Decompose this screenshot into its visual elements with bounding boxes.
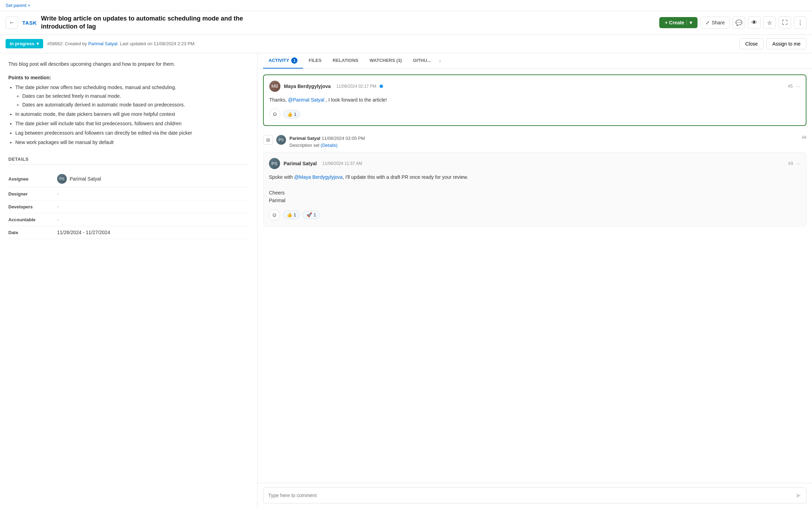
activity-icon: ▤: [263, 135, 273, 145]
tab-github-label: GITHU...: [413, 58, 431, 63]
comment-input-area: ➤: [257, 483, 812, 508]
comment-header: MB Maya Berdygylyjova 11/08/2024 02:17 P…: [269, 81, 800, 92]
send-button[interactable]: ➤: [795, 491, 801, 500]
watch-button[interactable]: 👁: [748, 16, 761, 29]
tabs-scroll-right[interactable]: ›: [436, 54, 444, 68]
main-layout: This blog post will describes upcoming c…: [0, 53, 812, 508]
rocket-reaction[interactable]: 🚀 1: [303, 210, 320, 219]
comment-icon-button[interactable]: 💬: [733, 16, 745, 29]
comment-num: #3: [788, 161, 793, 166]
thumbs-up-reaction[interactable]: 👍 1: [283, 110, 300, 119]
add-reaction-button[interactable]: ☺: [269, 209, 280, 221]
status-bar: in progress ▾ #58662: Created by Parimal…: [0, 35, 812, 53]
thumbs-up-reaction[interactable]: 👍 1: [283, 210, 300, 219]
detail-label: Designer: [8, 191, 57, 197]
favorite-button[interactable]: ☆: [763, 16, 776, 29]
author-link[interactable]: Parimal Satyal: [88, 41, 118, 46]
bullet-list: The date picker now offers two schedulin…: [8, 84, 249, 146]
detail-row-accountable: Accountable -: [8, 213, 249, 226]
tabs: ACTIVITY 1 FILES RELATIONS WATCHERS (3) …: [257, 53, 812, 69]
detail-label: Assignee: [8, 176, 57, 182]
comment-menu[interactable]: ···: [796, 83, 800, 89]
tab-relations[interactable]: RELATIONS: [327, 54, 364, 68]
mention: @Maya Berdygylyjova: [294, 174, 343, 180]
comment-input-row: ➤: [263, 487, 806, 503]
status-badge[interactable]: in progress ▾: [6, 39, 43, 48]
detail-row-developers: Developers -: [8, 200, 249, 213]
set-parent-link[interactable]: Set parent +: [6, 3, 30, 8]
comment-body: Thanks, @Parimal Satyal , I look forward…: [269, 96, 800, 104]
header-left: ← TASK Write blog article on updates to …: [6, 15, 250, 31]
activity-num: #4: [802, 135, 806, 140]
comment-maya: MB Maya Berdygylyjova 11/08/2024 02:17 P…: [263, 74, 806, 126]
detail-label: Accountable: [8, 217, 57, 222]
more-options-button[interactable]: ⋮: [794, 16, 806, 29]
comment-input[interactable]: [268, 493, 792, 498]
tab-activity-label: ACTIVITY: [269, 58, 289, 63]
avatar: MB: [269, 81, 280, 92]
tab-files-label: FILES: [309, 58, 321, 63]
avatar: PS: [269, 158, 280, 169]
detail-empty: -: [57, 204, 59, 209]
comment-num: #5: [788, 84, 793, 89]
fullscreen-button[interactable]: ⛶: [779, 16, 791, 29]
meta-suffix: . Last updated on 11/08/2024 2:23 PM.: [117, 41, 196, 46]
detail-empty: -: [57, 191, 59, 197]
points-title: Points to mention:: [8, 75, 249, 80]
back-button[interactable]: ←: [6, 16, 18, 29]
comment-time: 11/08/2024 02:17 PM: [336, 84, 376, 89]
comment-author: Maya Berdygylyjova: [284, 83, 331, 89]
comment-header: PS Parimal Satyal 11/08/2024 11:37 AM #3…: [269, 158, 801, 169]
detail-value: PS Parimal Satyal: [57, 174, 101, 184]
detail-row-date: Date 11/26/2024 - 11/27/2024: [8, 226, 249, 239]
assign-to-me-button[interactable]: Assign to me: [766, 38, 806, 49]
create-btn-arrow[interactable]: ▾: [686, 20, 692, 25]
reactions: ☺ 👍 1 🚀 1: [269, 209, 801, 221]
detail-row-designer: Designer -: [8, 188, 249, 200]
detail-row-assignee: Assignee PS Parimal Satyal: [8, 170, 249, 188]
activity-text: Parimal Satyal 11/08/2024 02:05 PM Descr…: [289, 135, 798, 149]
close-button[interactable]: Close: [739, 38, 764, 49]
list-item: The date picker will include tabs that l…: [15, 120, 249, 127]
activity-parimal-4: ▤ PS Parimal Satyal 11/08/2024 02:05 PM …: [263, 132, 806, 152]
list-item: Dates are automatically derived in autom…: [22, 101, 249, 109]
thumbs-up-count: 1: [294, 212, 296, 217]
details-link[interactable]: (Details): [321, 143, 337, 148]
list-item: Lag between predecessors and followers c…: [15, 129, 249, 137]
create-btn-label: + Create: [665, 20, 684, 25]
tab-activity-badge: 1: [291, 57, 297, 64]
thumbs-up-emoji: 👍: [287, 212, 292, 217]
activity-feed: MB Maya Berdygylyjova 11/08/2024 02:17 P…: [257, 69, 812, 483]
list-item: New work packages will be manual by defa…: [15, 139, 249, 146]
description-intro: This blog post will describes upcoming c…: [8, 60, 249, 68]
left-panel: This blog post will describes upcoming c…: [0, 53, 257, 508]
comment-author: Parimal Satyal: [284, 161, 317, 166]
tab-github[interactable]: GITHU...: [407, 54, 436, 68]
share-icon: ⤢: [706, 20, 710, 25]
share-btn-label: Share: [712, 20, 725, 25]
status-label: in progress: [10, 41, 34, 46]
tab-watchers[interactable]: WATCHERS (3): [364, 54, 407, 68]
rocket-emoji: 🚀: [307, 212, 312, 217]
reactions: ☺ 👍 1: [269, 109, 800, 120]
tab-files[interactable]: FILES: [303, 54, 327, 68]
add-reaction-button[interactable]: ☺: [269, 109, 280, 120]
activity-time: 11/08/2024 02:05 PM: [322, 136, 365, 141]
unread-dot: [380, 85, 383, 88]
comment-body: Spoke with @Maya Berdygylyjova, I'll upd…: [269, 173, 801, 205]
create-button[interactable]: + Create ▾: [659, 17, 698, 28]
tab-watchers-label: WATCHERS (3): [369, 58, 402, 63]
avatar: PS: [276, 135, 286, 145]
list-item: In automatic mode, the date pickers bann…: [15, 111, 249, 118]
tab-activity[interactable]: ACTIVITY 1: [263, 53, 303, 69]
tab-relations-label: RELATIONS: [333, 58, 358, 63]
activity-description: Description set (Details): [289, 143, 337, 148]
assignee-name: Parimal Satyal: [70, 176, 101, 182]
details-title: DETAILS: [8, 157, 249, 165]
detail-value: 11/26/2024 - 11/27/2024: [57, 230, 110, 235]
share-button[interactable]: ⤢ Share: [700, 17, 730, 29]
list-item: The date picker now offers two schedulin…: [15, 84, 249, 109]
details-section: DETAILS Assignee PS Parimal Satyal Desig…: [8, 157, 249, 239]
comment-parimal-3: PS Parimal Satyal 11/08/2024 11:37 AM #3…: [263, 152, 806, 226]
comment-menu[interactable]: ···: [796, 161, 801, 166]
